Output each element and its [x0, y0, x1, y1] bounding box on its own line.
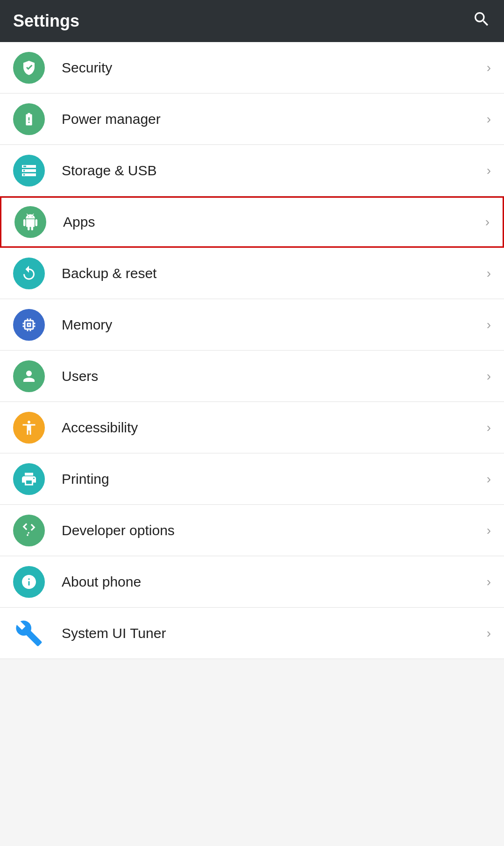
security-label: Security	[62, 60, 487, 76]
developer-options-label: Developer options	[62, 523, 487, 538]
search-icon[interactable]	[472, 10, 491, 33]
settings-item-system-ui-tuner[interactable]: System UI Tuner ›	[0, 608, 504, 659]
storage-usb-icon	[13, 155, 45, 186]
users-icon	[13, 360, 45, 392]
accessibility-chevron: ›	[487, 420, 491, 435]
developer-options-icon	[13, 515, 45, 546]
settings-item-backup-reset[interactable]: Backup & reset ›	[0, 248, 504, 299]
settings-item-printing[interactable]: Printing ›	[0, 453, 504, 505]
memory-icon	[13, 309, 45, 341]
security-icon	[13, 52, 45, 84]
about-phone-label: About phone	[62, 574, 487, 590]
memory-label: Memory	[62, 317, 487, 333]
backup-reset-label: Backup & reset	[62, 265, 487, 281]
printing-chevron: ›	[487, 472, 491, 487]
backup-reset-chevron: ›	[487, 266, 491, 281]
apps-label: Apps	[63, 214, 485, 230]
storage-usb-label: Storage & USB	[62, 163, 487, 179]
developer-options-chevron: ›	[487, 523, 491, 538]
settings-item-memory[interactable]: Memory ›	[0, 299, 504, 351]
settings-item-power-manager[interactable]: Power manager ›	[0, 93, 504, 145]
settings-item-apps[interactable]: Apps ›	[0, 196, 504, 248]
system-ui-tuner-icon	[13, 617, 45, 649]
settings-item-storage-usb[interactable]: Storage & USB ›	[0, 145, 504, 196]
accessibility-label: Accessibility	[62, 420, 487, 436]
system-ui-tuner-chevron: ›	[487, 626, 491, 641]
memory-chevron: ›	[487, 317, 491, 332]
printing-icon	[13, 463, 45, 495]
settings-item-security[interactable]: Security ›	[0, 42, 504, 93]
printing-label: Printing	[62, 471, 487, 487]
apps-icon	[14, 206, 46, 238]
about-phone-icon	[13, 566, 45, 598]
settings-list: Security › Power manager › Storage & USB…	[0, 42, 504, 659]
security-chevron: ›	[487, 60, 491, 75]
power-manager-chevron: ›	[487, 112, 491, 127]
settings-item-about-phone[interactable]: About phone ›	[0, 556, 504, 608]
settings-item-users[interactable]: Users ›	[0, 351, 504, 402]
settings-item-developer-options[interactable]: Developer options ›	[0, 505, 504, 556]
power-manager-label: Power manager	[62, 111, 487, 127]
users-chevron: ›	[487, 369, 491, 384]
system-ui-tuner-label: System UI Tuner	[62, 625, 487, 641]
storage-usb-chevron: ›	[487, 163, 491, 178]
backup-reset-icon	[13, 258, 45, 289]
users-label: Users	[62, 368, 487, 384]
settings-item-accessibility[interactable]: Accessibility ›	[0, 402, 504, 453]
accessibility-icon	[13, 412, 45, 444]
apps-chevron: ›	[485, 215, 490, 229]
app-header: Settings	[0, 0, 504, 42]
power-manager-icon	[13, 103, 45, 135]
about-phone-chevron: ›	[487, 574, 491, 589]
page-title: Settings	[13, 11, 79, 31]
